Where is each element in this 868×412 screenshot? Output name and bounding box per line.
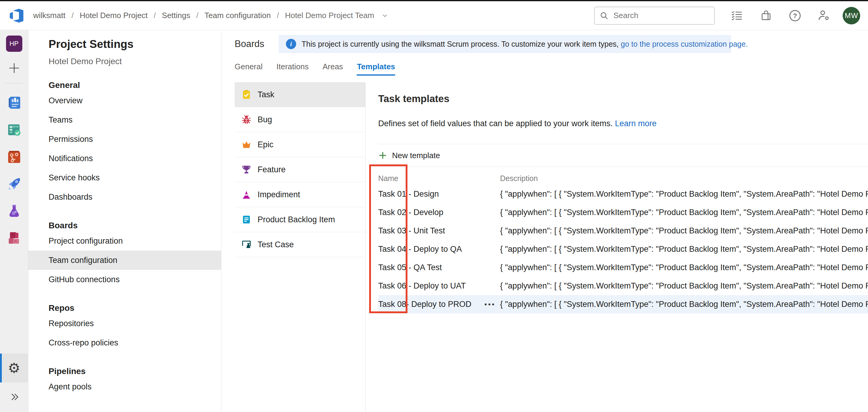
artifacts-icon[interactable] xyxy=(6,230,22,246)
hub-title: Boards xyxy=(235,39,278,49)
search-input[interactable]: Search xyxy=(594,7,715,25)
work-item-type-impediment[interactable]: Impediment xyxy=(235,182,365,207)
templates-heading: Task templates xyxy=(378,93,868,104)
table-row[interactable]: Task 06 - Deploy to UAT { "applywhen": [… xyxy=(378,277,868,295)
project-avatar[interactable]: HP xyxy=(6,36,22,52)
template-description: { "applywhen": [ { "System.WorkItemType"… xyxy=(500,190,868,199)
work-item-type-product-backlog-item[interactable]: Product Backlog Item xyxy=(235,207,365,232)
template-description: { "applywhen": [ { "System.WorkItemType"… xyxy=(500,281,868,290)
sidebar-item-repositories[interactable]: Repositories xyxy=(28,314,221,333)
info-icon: i xyxy=(286,39,296,49)
section-header-pipelines: Pipelines xyxy=(28,366,221,377)
work-item-type-feature[interactable]: Feature xyxy=(235,157,365,182)
work-item-type-label: Test Case xyxy=(257,240,294,249)
azure-devops-logo-icon[interactable] xyxy=(8,7,25,24)
tab-templates[interactable]: Templates xyxy=(357,62,395,76)
table-row-hovered[interactable]: Task 08- Deploy to PROD ••• { "applywhen… xyxy=(378,295,868,313)
repos-icon[interactable] xyxy=(6,149,22,165)
divider xyxy=(378,167,868,167)
table-row[interactable]: Task 02 - Develop { "applywhen": [ { "Sy… xyxy=(378,203,868,222)
divider xyxy=(378,144,868,144)
table-header: Name Description xyxy=(378,172,868,185)
sidebar-item-project-settings-active[interactable]: ⚙ xyxy=(0,353,28,382)
table-row[interactable]: Task 03 - Unit Test { "applywhen": [ { "… xyxy=(378,222,868,240)
templates-layout: Task Bug xyxy=(221,82,868,412)
chevron-down-icon[interactable] xyxy=(381,12,388,19)
marketplace-bag-icon[interactable] xyxy=(760,9,773,22)
main-content: Boards i This project is currently using… xyxy=(221,30,868,412)
feature-trophy-icon xyxy=(241,165,251,175)
template-name: Task 02 - Develop xyxy=(378,208,500,217)
test-plans-icon[interactable] xyxy=(6,203,22,219)
context-menu-icon[interactable]: ••• xyxy=(484,300,496,309)
azure-devops-settings-page: wilksmatt / Hotel Demo Project / Setting… xyxy=(0,0,868,412)
bug-icon xyxy=(241,114,251,125)
process-info-banner: i This project is currently using the wi… xyxy=(279,35,731,53)
sidebar-item-github-connections[interactable]: GitHub connections xyxy=(28,270,221,289)
sidebar-item-project-configuration[interactable]: Project configuration xyxy=(28,231,221,250)
process-customization-link[interactable]: go to the process customization page. xyxy=(621,40,748,48)
sidebar-item-notifications[interactable]: Notifications xyxy=(28,149,221,168)
left-rail: HP xyxy=(0,30,28,412)
task-list-icon[interactable] xyxy=(731,9,744,22)
sidebar-item-cross-repo-policies[interactable]: Cross-repo policies xyxy=(28,333,221,352)
tab-areas[interactable]: Areas xyxy=(322,62,343,76)
user-settings-icon[interactable] xyxy=(817,9,831,22)
column-header-name: Name xyxy=(378,174,500,183)
active-indicator xyxy=(0,353,2,382)
topbar-icon-group: ? xyxy=(731,9,831,22)
work-item-type-label: Epic xyxy=(257,140,274,149)
sidebar-item-dashboards[interactable]: Dashboards xyxy=(28,187,221,207)
work-item-type-label: Task xyxy=(257,90,275,99)
work-item-type-epic[interactable]: Epic xyxy=(235,132,365,157)
new-template-button[interactable]: New template xyxy=(378,144,440,167)
sidebar-item-team-configuration[interactable]: Team configuration xyxy=(28,250,221,270)
add-icon[interactable] xyxy=(7,62,21,75)
tab-general[interactable]: General xyxy=(235,62,263,76)
sidebar-item-agent-pools[interactable]: Agent pools xyxy=(28,377,221,396)
overview-icon[interactable] xyxy=(6,95,22,110)
learn-more-link[interactable]: Learn more xyxy=(615,119,657,128)
sidebar-item-permissions[interactable]: Permissions xyxy=(28,130,221,149)
work-item-type-label: Impediment xyxy=(257,190,300,199)
breadcrumb-item[interactable]: Team configuration xyxy=(205,11,271,20)
breadcrumb-item-current[interactable]: Hotel Demo Project Team xyxy=(285,11,374,20)
work-item-type-task[interactable]: Task xyxy=(235,82,365,107)
rail-divider xyxy=(6,83,23,83)
svg-text:?: ? xyxy=(793,12,797,20)
help-icon[interactable]: ? xyxy=(788,9,802,22)
work-item-type-label: Product Backlog Item xyxy=(257,215,335,225)
search-placeholder: Search xyxy=(614,11,638,20)
table-row[interactable]: Task 05 - QA Test { "applywhen": [ { "Sy… xyxy=(378,259,868,277)
breadcrumb-item[interactable]: wilksmatt xyxy=(33,11,65,20)
task-icon xyxy=(241,90,251,100)
boards-icon[interactable] xyxy=(6,122,22,138)
column-header-description: Description xyxy=(500,174,868,183)
expand-icon[interactable] xyxy=(8,391,20,403)
work-item-type-list: Task Bug xyxy=(235,82,366,412)
test-case-icon xyxy=(241,239,251,250)
table-row[interactable]: Task 01 - Design { "applywhen": [ { "Sys… xyxy=(378,185,868,203)
template-description: { "applywhen": [ { "System.WorkItemType"… xyxy=(500,208,868,217)
template-description: { "applywhen": [ { "System.WorkItemType"… xyxy=(500,263,868,272)
template-description: { "applywhen": [ { "System.WorkItemType"… xyxy=(500,245,868,254)
work-item-type-bug[interactable]: Bug xyxy=(235,107,365,132)
template-description: { "applywhen": [ { "System.WorkItemType"… xyxy=(500,300,868,309)
sidebar-item-teams[interactable]: Teams xyxy=(28,110,221,130)
breadcrumb-separator: / xyxy=(71,11,73,20)
table-row[interactable]: Task 04 - Deploy to QA { "applywhen": [ … xyxy=(378,240,868,259)
pipelines-icon[interactable] xyxy=(6,176,22,192)
breadcrumb-separator: / xyxy=(196,11,198,20)
section-header-boards: Boards xyxy=(28,220,221,231)
work-item-type-test-case[interactable]: Test Case xyxy=(235,232,365,257)
table-body: Task 01 - Design { "applywhen": [ { "Sys… xyxy=(378,185,868,313)
breadcrumb-separator: / xyxy=(154,11,156,20)
tab-iterations[interactable]: Iterations xyxy=(277,62,309,76)
sidebar-item-service-hooks[interactable]: Service hooks xyxy=(28,168,221,187)
breadcrumb-item[interactable]: Settings xyxy=(162,11,190,20)
epic-crown-icon xyxy=(241,139,251,150)
sidebar-item-overview[interactable]: Overview xyxy=(28,91,221,110)
breadcrumb-item[interactable]: Hotel Demo Project xyxy=(80,11,148,20)
user-avatar[interactable]: MW xyxy=(843,7,860,24)
section-header-repos: Repos xyxy=(28,302,221,314)
